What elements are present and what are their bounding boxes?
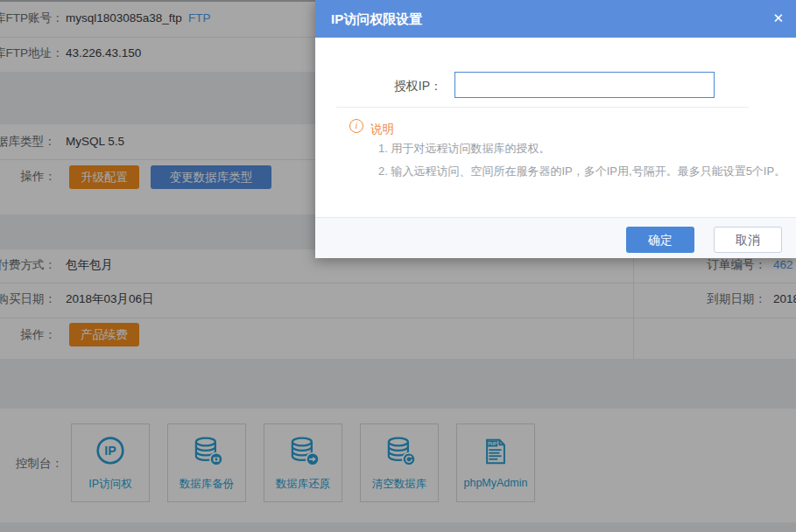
dialog-footer: 确定 取消 bbox=[315, 217, 796, 258]
note-item: 2. 输入远程访问、空间所在服务器的IP，多个IP用,号隔开。最多只能设置5个I… bbox=[378, 164, 785, 179]
dialog-header: IP访问权限设置 ✕ bbox=[315, 0, 796, 38]
ip-access-settings-dialog: IP访问权限设置 ✕ 授权IP： i 说明 1. 用于对远程访问数据库的授权。 … bbox=[315, 0, 796, 258]
database-management-page: 库FTP账号： mysql1803085a38_ftp FTP 库FTP地址： … bbox=[0, 0, 796, 532]
dialog-divider bbox=[336, 107, 749, 108]
authorized-ip-input[interactable] bbox=[454, 72, 715, 98]
note-item: 1. 用于对远程访问数据库的授权。 bbox=[378, 141, 550, 157]
confirm-button[interactable]: 确定 bbox=[626, 227, 694, 253]
note-heading: 说明 bbox=[370, 122, 394, 137]
dialog-title: IP访问权限设置 bbox=[331, 11, 422, 28]
info-icon: i bbox=[349, 119, 363, 133]
authorized-ip-label: 授权IP： bbox=[394, 79, 442, 94]
cancel-button[interactable]: 取消 bbox=[714, 227, 782, 253]
close-icon[interactable]: ✕ bbox=[772, 10, 784, 26]
